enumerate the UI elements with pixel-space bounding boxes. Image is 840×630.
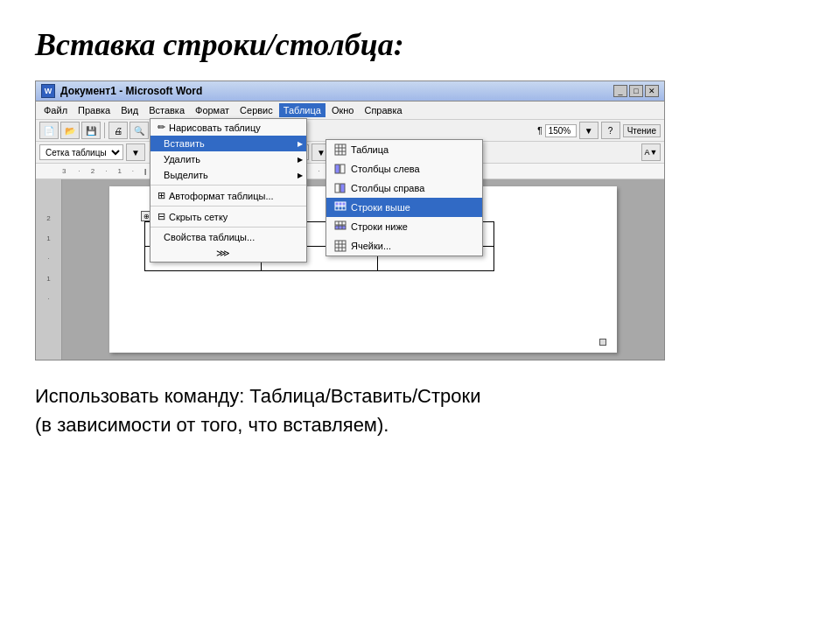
autoformat-item[interactable]: ⊞ Автоформат таблицы...	[150, 187, 306, 204]
separator1	[104, 122, 105, 138]
insert-col-left-item[interactable]: Столбцы слева	[326, 159, 482, 178]
bottom-text: Использовать команду: Таблица/Вставить/С…	[35, 382, 805, 439]
menu-view[interactable]: Вид	[116, 103, 143, 117]
new-button[interactable]: 📄	[39, 122, 59, 139]
insert-row-above-icon	[333, 200, 347, 214]
insert-arrow: ▶	[298, 140, 303, 148]
insert-col-right-label: Столбцы справа	[351, 183, 424, 193]
bottom-line2: (в зависимости от того, что вставляем).	[35, 410, 805, 439]
menu-service[interactable]: Сервис	[235, 103, 277, 117]
properties-icon	[158, 232, 160, 242]
delete-arrow: ▶	[298, 156, 303, 164]
insert-col-left-label: Столбцы слева	[351, 164, 420, 174]
menu-window[interactable]: Окно	[327, 103, 359, 117]
minimize-button[interactable]: _	[613, 85, 627, 97]
menu-separator1	[150, 185, 306, 186]
insert-row-below-icon	[333, 220, 347, 234]
insert-col-right-item[interactable]: Столбцы справа	[326, 178, 482, 198]
style-select[interactable]: Сетка таблицы	[39, 144, 123, 160]
svg-rect-8	[340, 184, 345, 192]
close-button[interactable]: ✕	[645, 85, 659, 97]
help-icon-btn[interactable]: ?	[601, 122, 620, 139]
svg-rect-5	[335, 164, 340, 173]
dropdown-overlay: ✏ Нарисовать таблицу Вставить ▶ Удалить …	[150, 118, 307, 262]
insert-row-above-item[interactable]: Строки выше	[326, 198, 482, 217]
delete-icon	[158, 154, 160, 164]
menu-format[interactable]: Формат	[191, 103, 234, 117]
menu-separator2	[150, 206, 306, 206]
svg-rect-13	[335, 221, 346, 225]
insert-col-right-icon	[333, 181, 347, 195]
draw-table-icon: ✏	[158, 122, 165, 133]
vertical-ruler: 2 1 · 1 ·	[36, 179, 62, 360]
ruler-mark-m1: 1	[46, 275, 50, 283]
read-mode-button[interactable]: Чтение	[623, 124, 661, 137]
zoom-dropdown[interactable]: ▼	[579, 122, 598, 139]
page-title: Вставка строки/столбца:	[35, 26, 805, 63]
menu-insert[interactable]: Вставка	[144, 103, 189, 117]
svg-rect-0	[335, 144, 346, 155]
more-icon: ⋙	[216, 248, 230, 259]
svg-rect-14	[335, 226, 346, 229]
hide-grid-item[interactable]: ⊟ Скрыть сетку	[150, 208, 306, 225]
maximize-button[interactable]: □	[629, 85, 643, 97]
insert-label: Вставить	[164, 138, 205, 149]
style-dropdown[interactable]: ▼	[126, 144, 145, 161]
open-button[interactable]: 📂	[60, 122, 80, 139]
menu-edit[interactable]: Правка	[74, 103, 115, 117]
svg-rect-9	[335, 202, 346, 206]
select-label: Выделить	[164, 170, 208, 180]
ruler-mark-2: 2	[46, 214, 50, 222]
insert-item[interactable]: Вставить ▶	[150, 136, 306, 151]
autoformat-label: Автоформат таблицы...	[169, 191, 274, 201]
insert-cells-item[interactable]: Ячейки...	[326, 236, 482, 256]
delete-label: Удалить	[164, 154, 200, 164]
ruler-mark-m2: ·	[47, 295, 49, 303]
window-controls[interactable]: _ □ ✕	[613, 85, 659, 97]
paragraph-icon: ¶	[537, 126, 542, 136]
menu-bar: Файл Правка Вид Вставка Формат Сервис Та…	[36, 102, 664, 120]
properties-item[interactable]: Свойства таблицы...	[150, 229, 306, 245]
draw-table-item[interactable]: ✏ Нарисовать таблицу	[150, 119, 306, 136]
delete-item[interactable]: Удалить ▶	[150, 151, 306, 167]
insert-col-left-icon	[333, 162, 347, 176]
insert-row-above-label: Строки выше	[351, 202, 410, 213]
insert-table-item[interactable]: Таблица	[326, 140, 482, 159]
zoom-box[interactable]: 150%	[545, 124, 577, 137]
color-button[interactable]: A▼	[641, 144, 661, 161]
select-arrow: ▶	[298, 172, 303, 179]
hide-grid-icon: ⊟	[158, 211, 165, 222]
insert-row-below-label: Строки ниже	[351, 221, 408, 232]
table-resize-handle[interactable]	[599, 339, 606, 346]
svg-rect-7	[335, 184, 340, 192]
select-item[interactable]: Выделить ▶	[150, 167, 306, 183]
menu-file[interactable]: Файл	[39, 103, 72, 117]
hide-grid-label: Скрыть сетку	[169, 212, 228, 222]
table-dropdown-menu: ✏ Нарисовать таблицу Вставить ▶ Удалить …	[150, 118, 307, 262]
svg-rect-17	[335, 241, 346, 251]
insert-submenu: Таблица Столбцы слева Столбцы справа	[326, 139, 483, 256]
save-button[interactable]: 💾	[81, 122, 101, 139]
title-bar: W Документ1 - Microsoft Word _ □ ✕	[36, 81, 664, 102]
menu-separator3	[150, 227, 306, 228]
select-icon	[158, 170, 160, 180]
app-icon: W	[41, 84, 55, 98]
menu-help[interactable]: Справка	[360, 103, 406, 117]
preview-button[interactable]: 🔍	[130, 122, 149, 139]
properties-label: Свойства таблицы...	[164, 232, 255, 242]
ruler-mark-0: ·	[47, 255, 49, 262]
insert-cells-label: Ячейки...	[351, 241, 391, 251]
screenshot-container: W Документ1 - Microsoft Word _ □ ✕ Файл …	[35, 80, 665, 360]
svg-rect-6	[340, 164, 345, 173]
more-item[interactable]: ⋙	[150, 245, 306, 262]
insert-table-label: Таблица	[351, 144, 388, 155]
ruler-mark-1: 1	[46, 234, 50, 242]
autoformat-icon: ⊞	[158, 190, 165, 201]
draw-table-label: Нарисовать таблицу	[169, 122, 261, 133]
menu-table[interactable]: Таблица	[279, 103, 326, 117]
window-title: Документ1 - Microsoft Word	[60, 85, 202, 97]
bottom-line1: Использовать команду: Таблица/Вставить/С…	[35, 382, 805, 410]
insert-cells-icon	[333, 239, 347, 253]
insert-row-below-item[interactable]: Строки ниже	[326, 217, 482, 236]
print-button[interactable]: 🖨	[108, 122, 128, 139]
